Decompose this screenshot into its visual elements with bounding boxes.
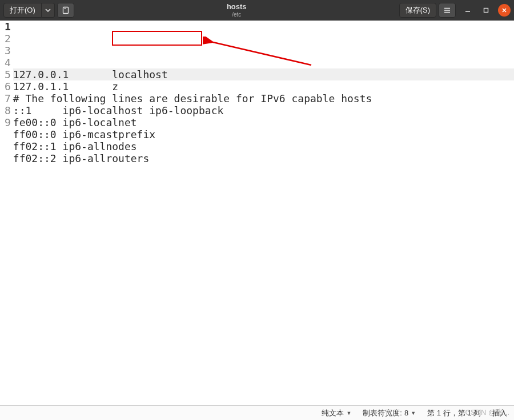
chevron-down-icon: ▼: [346, 410, 351, 416]
save-button-label: 保存(S): [405, 5, 430, 15]
chevron-down-icon: [45, 7, 51, 13]
close-icon: [501, 7, 508, 14]
minimize-button[interactable]: [461, 4, 474, 17]
maximize-icon: [483, 7, 489, 14]
line-number: 3: [5, 45, 11, 56]
code-line[interactable]: fe00::0 ip6-localnet: [13, 116, 514, 128]
new-tab-button[interactable]: [57, 3, 74, 18]
window-controls: [461, 4, 511, 17]
open-button-label: 打开(O): [10, 5, 35, 15]
line-number-gutter: 123456789: [0, 21, 13, 405]
document-path: /etc: [232, 11, 241, 18]
maximize-button[interactable]: [480, 4, 492, 17]
insert-mode-label: 插入: [492, 408, 507, 418]
code-line[interactable]: 127.0.1.1 z: [13, 80, 514, 92]
hamburger-menu-button[interactable]: [439, 3, 456, 18]
tab-width-label: 制表符宽度:: [363, 408, 402, 418]
line-number: 8: [5, 104, 11, 116]
window-titlebar: 打开(O) hosts /etc 保存(S): [0, 0, 514, 21]
document-title: hosts: [227, 3, 247, 11]
code-line[interactable]: ff02::1 ip6-allnodes: [13, 140, 514, 152]
line-number: 9: [5, 116, 11, 128]
line-number: 5: [5, 68, 11, 80]
text-editor[interactable]: 123456789 127.0.0.1 localhost127.0.1.1 z…: [0, 21, 514, 405]
code-line[interactable]: 127.0.0.1 localhost: [13, 68, 514, 80]
code-line[interactable]: ff00::0 ip6-mcastprefix: [13, 128, 514, 140]
cursor-position: 第 1 行，第 1 列: [427, 408, 481, 418]
window-title-area: hosts /etc: [77, 3, 397, 17]
svg-line-2: [213, 42, 311, 65]
status-bar: 纯文本 ▼ 制表符宽度: 8 ▼ 第 1 行，第 1 列 插入: [0, 405, 514, 420]
open-button[interactable]: 打开(O): [3, 3, 42, 18]
line-number: 1: [5, 21, 11, 33]
language-label: 纯文本: [322, 408, 344, 418]
open-dropdown-button[interactable]: [42, 3, 55, 18]
cursor-position-label: 第 1 行，第 1 列: [427, 408, 481, 418]
tab-width-selector[interactable]: 制表符宽度: 8 ▼: [363, 408, 416, 418]
code-line[interactable]: ff02::2 ip6-allrouters: [13, 152, 514, 164]
save-button[interactable]: 保存(S): [399, 3, 436, 18]
close-button[interactable]: [498, 4, 511, 17]
code-line[interactable]: # The following lines are desirable for …: [13, 92, 514, 104]
line-number: 6: [5, 80, 11, 92]
language-selector[interactable]: 纯文本 ▼: [322, 408, 351, 418]
line-number: 7: [5, 92, 11, 104]
open-button-group: 打开(O): [3, 3, 55, 18]
tab-width-value: 8: [404, 409, 408, 417]
new-document-icon: [62, 6, 70, 14]
annotation-box: [112, 31, 202, 46]
chevron-down-icon: ▼: [411, 410, 416, 416]
code-area[interactable]: 127.0.0.1 localhost127.0.1.1 z# The foll…: [13, 21, 514, 405]
code-line[interactable]: ::1 ip6-localhost ip6-loopback: [13, 104, 514, 116]
svg-rect-1: [484, 9, 488, 13]
line-number: 4: [5, 56, 11, 68]
line-number: 2: [5, 33, 11, 45]
minimize-icon: [464, 7, 471, 14]
annotation-arrow-icon: [203, 37, 317, 71]
insert-mode-indicator[interactable]: 插入: [492, 408, 507, 418]
hamburger-icon: [443, 6, 451, 14]
